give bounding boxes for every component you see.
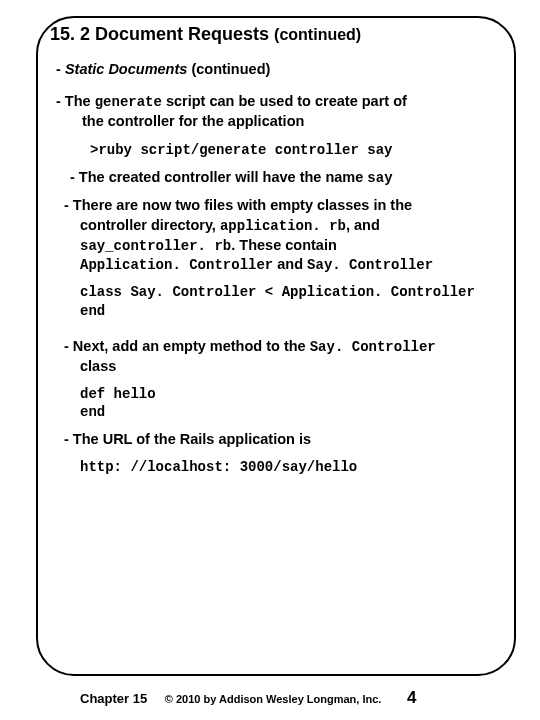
txt: , and — [346, 217, 380, 233]
footer: Chapter 15 © 2010 by Addison Wesley Long… — [80, 688, 480, 708]
subbullet-url: - The URL of the Rails application is — [64, 430, 510, 450]
txt: script can be used to create part of — [162, 93, 407, 109]
subbullet-add-method: - Next, add an empty method to the Say. … — [64, 337, 510, 376]
txt: - There are now two files with empty cla… — [64, 197, 412, 213]
dash: - — [56, 61, 61, 77]
title-text: 15. 2 Document Requests — [50, 24, 269, 44]
code-say-controller2: Say. Controller — [310, 339, 436, 355]
subheading: - Static Documents (continued) — [56, 60, 510, 80]
footer-chapter: Chapter 15 — [80, 691, 147, 706]
txt: - The — [56, 93, 95, 109]
subbullet-controller-name: - The created controller will have the n… — [70, 168, 510, 188]
txt: and — [273, 256, 307, 272]
code-say: say — [367, 170, 392, 186]
footer-copyright: © 2010 by Addison Wesley Longman, Inc. — [165, 693, 382, 705]
code-class-def: class Say. Controller < Application. Con… — [80, 283, 510, 321]
subbullet-two-files: - There are now two files with empty cla… — [64, 196, 510, 275]
subheading-cont: (continued) — [191, 61, 270, 77]
txt: . These contain — [231, 237, 337, 253]
code-app-controller: Application. Controller — [80, 257, 273, 273]
txt: - Next, add an empty method to the — [64, 338, 310, 354]
txt: controller directory, — [80, 217, 220, 233]
subheading-emph: Static Documents — [65, 61, 187, 77]
footer-page-number: 4 — [407, 688, 416, 707]
title-continued: (continued) — [274, 26, 361, 43]
code-application-rb: application. rb — [220, 218, 346, 234]
code-def-hello: def hello end — [80, 385, 510, 423]
code-say-controller-rb: say_controller. rb — [80, 238, 231, 254]
slide-title: 15. 2 Document Requests (continued) — [50, 22, 510, 46]
txt: - The created controller will have the n… — [70, 169, 367, 185]
txt: the controller for the application — [82, 112, 504, 132]
bullet-generate: - The generate script can be used to cre… — [56, 92, 510, 131]
code-generate: generate — [95, 94, 162, 110]
code-say-controller: Say. Controller — [307, 257, 433, 273]
code-url: http: //localhost: 3000/say/hello — [80, 458, 510, 477]
txt: class — [80, 357, 504, 377]
slide-content: 15. 2 Document Requests (continued) - St… — [50, 22, 510, 485]
code-ruby-generate: >ruby script/generate controller say — [90, 141, 510, 160]
